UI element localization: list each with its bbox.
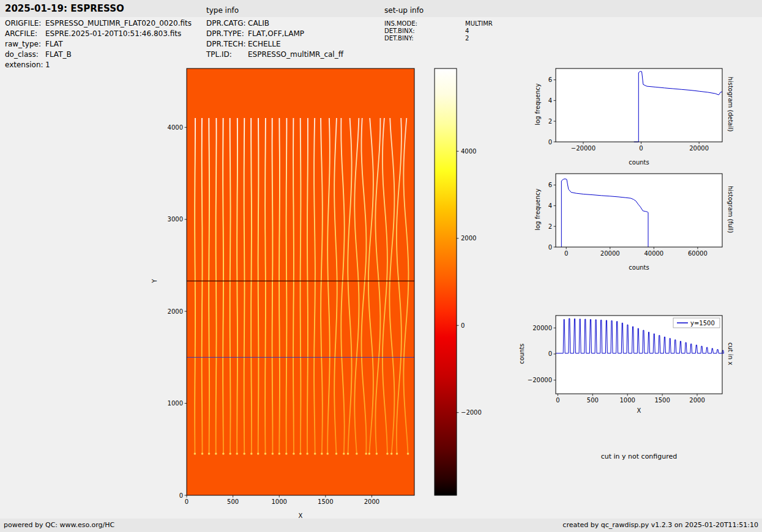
svg-text:500: 500: [227, 498, 239, 505]
histogram-full-plot: 02000040000600000246: [556, 174, 722, 247]
page-title: 2025-01-19: ESPRESSO: [5, 3, 124, 14]
file-info-block: ORIGFILE:ESPRESSO_MULTIMR_FLAT020_0020.f…: [5, 18, 192, 70]
y-axis-ticks: 0246: [548, 76, 556, 145]
svg-text:4000: 4000: [168, 124, 183, 131]
file-info-value: FLAT: [45, 40, 62, 48]
svg-text:3000: 3000: [168, 216, 183, 223]
setup-info-row: DET.BINX:4: [384, 28, 493, 35]
svg-text:20000: 20000: [532, 325, 552, 331]
file-info-value: FLAT_B: [45, 50, 72, 59]
histogram-full-ylabel: log frequency: [534, 168, 541, 251]
setup-info-value: MULTIMR: [465, 20, 493, 27]
section-heading-type-info: type info: [206, 6, 239, 15]
svg-text:2000: 2000: [461, 235, 476, 242]
file-info-row: raw_type:FLAT: [5, 39, 192, 50]
svg-text:0: 0: [548, 244, 552, 251]
setup-info-label: INS.MODE:: [384, 20, 465, 28]
footer-created-by: created by qc_rawdisp.py v1.2.3 on 2025-…: [562, 521, 758, 529]
file-info-row: ORIGFILE:ESPRESSO_MULTIMR_FLAT020_0020.f…: [5, 18, 192, 29]
svg-text:1000: 1000: [271, 498, 286, 505]
cut-in-x-ylabel: counts: [518, 312, 525, 396]
svg-text:0: 0: [556, 397, 559, 404]
file-info-value: ESPRESSO_MULTIMR_FLAT020_0020.fits: [45, 19, 192, 28]
type-info-label: DPR.TYPE:: [206, 29, 248, 39]
setup-info-label: DET.BINY:: [384, 35, 465, 42]
x-axis-ticks: 0200004000060000: [564, 247, 708, 257]
file-info-value: ESPRE.2025-01-20T10:51:46.803.fits: [45, 29, 181, 38]
svg-text:−20000: −20000: [571, 145, 596, 152]
type-info-value: CALIB: [248, 19, 269, 28]
svg-text:2: 2: [548, 223, 552, 230]
type-info-row: TPL.ID:ESPRESSO_multiMR_cal_ff: [206, 50, 343, 60]
svg-text:1000: 1000: [168, 400, 183, 407]
raw-yaxis-label: Y: [151, 263, 158, 300]
cut-in-y-note: cut in y not configured: [556, 453, 722, 460]
file-info-label: extension:: [5, 60, 45, 70]
colorbar-axis: 400020000−2000: [435, 68, 457, 495]
svg-text:2000: 2000: [168, 308, 183, 315]
type-info-block: DPR.CATG:CALIB DPR.TYPE:FLAT,OFF,LAMP DP…: [206, 18, 343, 60]
svg-text:0: 0: [461, 322, 465, 329]
svg-text:0: 0: [548, 139, 552, 146]
type-info-row: DPR.TECH:ECHELLE: [206, 39, 343, 50]
svg-text:1500: 1500: [318, 498, 333, 505]
file-info-label: do_class:: [5, 50, 45, 60]
svg-text:1500: 1500: [654, 397, 670, 404]
setup-info-value: 2: [465, 35, 469, 42]
svg-text:4000: 4000: [461, 148, 476, 155]
raw-frame-image: 050010001500200001000200030004000: [187, 68, 414, 495]
svg-text:−20000: −20000: [528, 377, 552, 383]
type-info-label: TPL.ID:: [206, 50, 248, 60]
svg-text:0: 0: [179, 492, 183, 499]
type-info-row: DPR.CATG:CALIB: [206, 18, 343, 29]
setup-info-row: INS.MODE:MULTIMR: [384, 20, 493, 28]
svg-text:6: 6: [548, 76, 552, 83]
x-axis-ticks: 0500100015002000: [185, 495, 379, 505]
svg-text:0: 0: [564, 250, 568, 257]
qc-report-page: 2025-01-19: ESPRESSO type info set-up in…: [0, 0, 762, 532]
type-info-value: ESPRESSO_multiMR_cal_ff: [248, 50, 343, 59]
svg-text:40000: 40000: [644, 250, 663, 257]
y-axis-ticks: 0246: [548, 182, 556, 250]
y-axis-ticks: 200000−20000: [528, 325, 556, 383]
type-info-row: DPR.TYPE:FLAT,OFF,LAMP: [206, 29, 343, 39]
footer-powered-by: powered by QC: www.eso.org/HC: [4, 521, 114, 529]
svg-text:2000: 2000: [364, 498, 379, 505]
histogram-full-xlabel: counts: [556, 264, 722, 271]
legend: y=1500: [673, 318, 720, 328]
histogram-detail-ylabel: log frequency: [534, 63, 541, 146]
type-info-value: FLAT,OFF,LAMP: [248, 29, 304, 38]
section-heading-setup-info: set-up info: [384, 6, 424, 15]
svg-text:2: 2: [548, 118, 552, 125]
cut-in-x-plot: 0500100015002000200000−20000y=1500: [556, 316, 722, 394]
svg-text:6: 6: [548, 182, 552, 188]
file-info-label: raw_type:: [5, 39, 45, 50]
legend-label: y=1500: [690, 320, 715, 327]
svg-text:0: 0: [185, 498, 189, 505]
type-info-label: DPR.CATG:: [206, 18, 248, 29]
setup-info-row: DET.BINY:2: [384, 35, 493, 42]
file-info-row: ARCFILE:ESPRE.2025-01-20T10:51:46.803.fi…: [5, 29, 192, 39]
histogram-detail-xlabel: counts: [556, 159, 722, 166]
x-axis-ticks: −20000020000: [571, 142, 709, 152]
svg-text:20000: 20000: [600, 250, 620, 257]
file-info-label: ORIGFILE:: [5, 18, 45, 29]
file-info-row: do_class:FLAT_B: [5, 50, 192, 60]
svg-text:4: 4: [548, 97, 552, 104]
setup-info-label: DET.BINX:: [384, 28, 465, 35]
svg-text:2000: 2000: [689, 397, 704, 404]
histogram-detail-side-label: histogram (detail): [727, 62, 734, 147]
svg-text:−2000: −2000: [461, 409, 482, 416]
svg-text:0: 0: [639, 145, 643, 152]
type-info-label: DPR.TECH:: [206, 39, 248, 50]
file-info-label: ARCFILE:: [5, 29, 45, 39]
histogram-detail-plot: −200000200000246: [556, 68, 722, 142]
svg-text:60000: 60000: [688, 250, 708, 257]
svg-text:1000: 1000: [619, 397, 635, 404]
cut-in-x-side-label: cut in x: [727, 311, 734, 397]
type-info-value: ECHELLE: [248, 40, 281, 48]
svg-text:20000: 20000: [689, 145, 709, 152]
setup-info-value: 4: [465, 28, 469, 34]
histogram-full-side-label: histogram (full): [727, 167, 734, 253]
file-info-value: 1: [45, 61, 50, 69]
